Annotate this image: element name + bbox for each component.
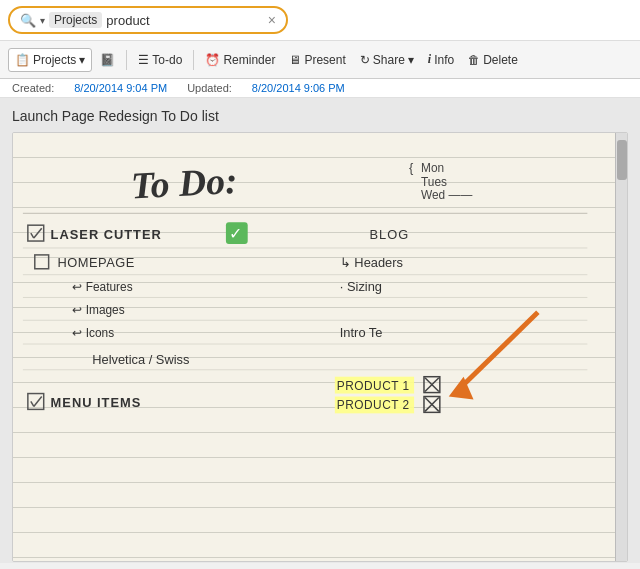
toolbar-todo-button[interactable]: ☰ To-do	[132, 49, 188, 71]
svg-line-8	[34, 228, 42, 238]
sketch-svg: To Do: { Mon Tues Wed —— LASER CUTTER ✓	[13, 133, 627, 561]
note-title: Launch Page Redesign To Do list	[12, 108, 628, 124]
toolbar-share-button[interactable]: ↻ Share ▾	[354, 49, 420, 71]
svg-line-35	[34, 397, 42, 407]
svg-text:· Sizing: · Sizing	[340, 279, 382, 294]
svg-text:Mon: Mon	[421, 161, 444, 175]
svg-text:Intro Te: Intro Te	[340, 325, 383, 340]
sketch-area: To Do: { Mon Tues Wed —— LASER CUTTER ✓	[13, 133, 627, 561]
svg-text:↩ Icons: ↩ Icons	[72, 326, 114, 340]
svg-text:Wed ——: Wed ——	[421, 188, 472, 202]
share-dropdown-icon: ▾	[408, 53, 414, 67]
search-icon: 🔍	[20, 13, 36, 28]
toolbar-reminder-button[interactable]: ⏰ Reminder	[199, 49, 281, 71]
svg-text:PRODUCT 1: PRODUCT 1	[337, 379, 410, 393]
present-icon: 🖥	[289, 53, 301, 67]
svg-rect-14	[35, 255, 49, 269]
svg-line-7	[31, 233, 34, 238]
svg-text:↳ Headers: ↳ Headers	[340, 255, 403, 270]
toolbar-present-button[interactable]: 🖥 Present	[283, 49, 351, 71]
notebook-icon: 📓	[100, 53, 115, 67]
projects-icon: 📋	[15, 53, 30, 67]
info-label: Info	[434, 53, 454, 67]
separator-1	[126, 50, 127, 70]
search-bar-row: 🔍 ▾ Projects product ×	[0, 0, 640, 41]
svg-text:Helvetica / Swiss: Helvetica / Swiss	[92, 352, 189, 367]
search-close-button[interactable]: ×	[268, 12, 276, 28]
svg-text:✓: ✓	[229, 225, 242, 242]
toolbar-info-button[interactable]: i Info	[422, 48, 460, 71]
svg-text:PRODUCT 2: PRODUCT 2	[337, 398, 410, 412]
created-label: Created:	[12, 82, 54, 94]
delete-icon: 🗑	[468, 53, 480, 67]
note-paper: To Do: { Mon Tues Wed —— LASER CUTTER ✓	[12, 132, 628, 562]
toolbar-notebook-button[interactable]: 📓	[94, 49, 121, 71]
svg-text:↩ Images: ↩ Images	[72, 303, 124, 317]
share-label: Share	[373, 53, 405, 67]
toolbar-projects-button[interactable]: 📋 Projects ▾	[8, 48, 92, 72]
scroll-thumb[interactable]	[617, 140, 627, 180]
search-dropdown-arrow[interactable]: ▾	[40, 15, 45, 26]
svg-text:↩ Features: ↩ Features	[72, 280, 132, 294]
svg-rect-33	[28, 394, 44, 410]
svg-text:Tues: Tues	[421, 175, 447, 189]
updated-date[interactable]: 8/20/2014 9:06 PM	[252, 82, 345, 94]
search-tag: Projects	[49, 12, 102, 28]
svg-text:MENU ITEMS: MENU ITEMS	[51, 395, 142, 410]
todo-icon: ☰	[138, 53, 149, 67]
svg-text:HOMEPAGE: HOMEPAGE	[58, 255, 135, 270]
svg-text:BLOG: BLOG	[370, 227, 410, 242]
svg-line-34	[31, 401, 34, 406]
share-icon: ↻	[360, 53, 370, 67]
toolbar: 📋 Projects ▾ 📓 ☰ To-do ⏰ Reminder 🖥 Pres…	[0, 41, 640, 79]
projects-label: Projects	[33, 53, 76, 67]
info-icon: i	[428, 52, 431, 67]
svg-line-42	[459, 312, 538, 389]
present-label: Present	[304, 53, 345, 67]
projects-dropdown-icon: ▾	[79, 53, 85, 67]
search-query[interactable]: product	[106, 13, 263, 28]
svg-text:To Do:: To Do:	[130, 159, 238, 207]
main-content: Launch Page Redesign To Do list To Do: {…	[0, 98, 640, 563]
svg-rect-6	[28, 225, 44, 241]
separator-2	[193, 50, 194, 70]
svg-text:{: {	[409, 160, 414, 175]
toolbar-delete-button[interactable]: 🗑 Delete	[462, 49, 524, 71]
reminder-label: Reminder	[223, 53, 275, 67]
created-date[interactable]: 8/20/2014 9:04 PM	[74, 82, 167, 94]
delete-label: Delete	[483, 53, 518, 67]
reminder-icon: ⏰	[205, 53, 220, 67]
metadata-bar: Created: 8/20/2014 9:04 PM Updated: 8/20…	[0, 79, 640, 98]
search-bar[interactable]: 🔍 ▾ Projects product ×	[8, 6, 288, 34]
scrollbar[interactable]	[615, 133, 627, 561]
svg-text:LASER CUTTER: LASER CUTTER	[51, 227, 162, 242]
todo-label: To-do	[152, 53, 182, 67]
updated-label: Updated:	[187, 82, 232, 94]
